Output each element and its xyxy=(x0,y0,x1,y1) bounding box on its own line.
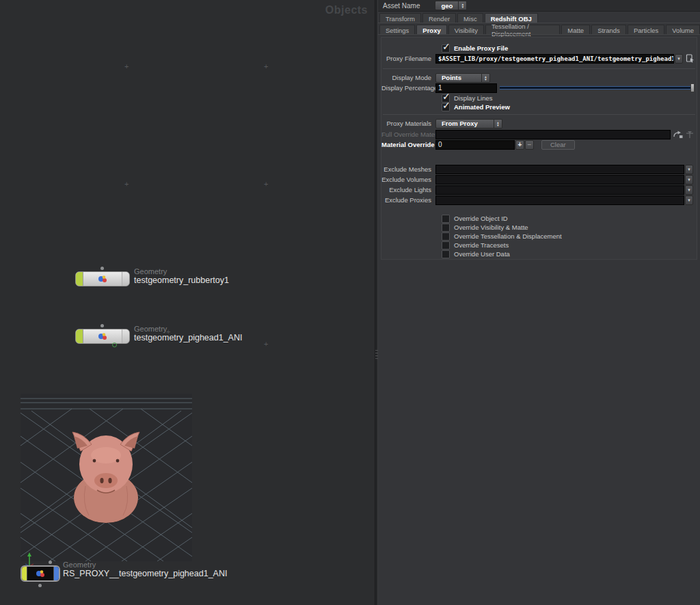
node-name-label[interactable]: testgeometry_rubbertoy1 xyxy=(134,275,229,285)
proxy-materials-value[interactable]: From Proxy xyxy=(435,119,494,129)
node-display-flag[interactable] xyxy=(76,330,83,343)
exclude-proxies-dropdown[interactable]: ▾ xyxy=(685,196,693,205)
proxy-filename-input[interactable]: $ASSET_LIB/proxy/testgeometry_pighead1_A… xyxy=(435,54,674,64)
tab-particles[interactable]: Particles xyxy=(628,25,664,35)
grid-marker: + xyxy=(124,180,129,188)
material-override-list-input[interactable]: 0 xyxy=(435,140,515,150)
tab-volume[interactable]: Volume xyxy=(666,25,700,35)
node-output-connector[interactable] xyxy=(38,584,42,587)
chevron-down-icon: ▾ xyxy=(688,187,690,193)
tab-settings[interactable]: Settings xyxy=(379,25,415,35)
pig-head-model xyxy=(72,432,139,523)
spinner-down-icon: ▾ xyxy=(461,5,463,8)
enable-proxy-file-checkbox[interactable]: ✓ xyxy=(442,44,450,53)
enable-proxy-file-row: ✓ Enable Proxy File xyxy=(381,43,697,53)
grid-marker: + xyxy=(264,340,268,348)
proxy-materials-spinner[interactable]: ▴ ▾ xyxy=(494,119,502,129)
node-output-connector[interactable] xyxy=(112,342,117,347)
exclude-lights-dropdown[interactable]: ▾ xyxy=(685,185,693,195)
asset-name-value[interactable]: geo xyxy=(435,1,459,10)
material-override-list-label: Material Override List xyxy=(381,141,435,148)
tab-strands[interactable]: Strands xyxy=(591,25,626,35)
separator xyxy=(383,114,695,115)
exclude-volumes-row: Exclude Volumes ▾ xyxy=(381,174,697,185)
node-input-connector[interactable] xyxy=(100,267,104,270)
override-visibility-matte-checkbox[interactable] xyxy=(442,224,450,232)
override-user-data-checkbox[interactable] xyxy=(442,250,450,258)
exclude-meshes-dropdown[interactable]: ▾ xyxy=(685,165,693,174)
file-chooser-icon[interactable] xyxy=(686,54,695,63)
tab-proxy[interactable]: Proxy xyxy=(416,25,446,35)
parameter-pane: Asset Name geo ▴ ▾ Transform Render Misc… xyxy=(378,0,700,605)
display-percentage-label: Display Percentage xyxy=(381,84,435,92)
exclude-lights-input[interactable] xyxy=(435,185,684,195)
check-icon: ✓ xyxy=(442,100,450,111)
animated-preview-checkbox[interactable]: ✓ xyxy=(442,103,450,111)
clear-button[interactable]: Clear xyxy=(541,140,575,150)
display-mode-dropdown[interactable]: Points ▴ ▾ xyxy=(435,73,490,82)
clear-button-label: Clear xyxy=(550,141,566,148)
node-type-label: Geometry xyxy=(134,268,229,275)
tab-matte[interactable]: Matte xyxy=(561,25,590,35)
node-name-label[interactable]: RS_PROXY__testgeometry_pighead1_ANI xyxy=(63,569,227,578)
node-display-flag[interactable] xyxy=(76,272,83,286)
exclude-meshes-row: Exclude Meshes ▾ xyxy=(381,164,697,174)
node-chooser-icon[interactable] xyxy=(673,131,683,139)
scene-preview-viewport[interactable] xyxy=(21,394,192,561)
grid-marker: + xyxy=(264,63,268,70)
display-mode-spinner[interactable]: ▴ ▾ xyxy=(482,73,490,83)
exclude-meshes-label: Exclude Meshes xyxy=(381,165,435,173)
node-display-flag[interactable] xyxy=(22,567,27,580)
tab-render[interactable]: Render xyxy=(422,13,456,23)
asset-name-selector[interactable]: geo ▴ ▾ xyxy=(435,1,467,10)
node-input-connector[interactable] xyxy=(100,324,104,327)
add-item-button[interactable]: + xyxy=(515,140,524,150)
tab-transform[interactable]: Transform xyxy=(379,13,421,23)
asset-name-spinner[interactable]: ▴ ▾ xyxy=(459,1,467,10)
node-render-flag[interactable] xyxy=(122,330,129,343)
proxy-filename-row: Proxy Filename $ASSET_LIB/proxy/testgeom… xyxy=(381,53,697,64)
grid-marker: + xyxy=(124,63,129,70)
node-input-connector[interactable] xyxy=(49,561,52,564)
testgeometry-icon xyxy=(27,567,53,580)
override-object-id-checkbox[interactable] xyxy=(442,215,450,223)
display-percentage-slider[interactable] xyxy=(500,85,695,90)
exclude-proxies-input[interactable] xyxy=(435,196,684,205)
slider-track[interactable] xyxy=(500,86,695,90)
display-mode-value[interactable]: Points xyxy=(435,73,482,83)
proxy-materials-dropdown[interactable]: From Proxy ▴ ▾ xyxy=(435,119,502,128)
chevron-down-icon: ▾ xyxy=(688,177,690,183)
op-jump-icon[interactable] xyxy=(686,131,694,139)
exclude-volumes-input[interactable] xyxy=(435,175,684,185)
slider-handle[interactable] xyxy=(690,83,695,92)
node-testgeometry-pighead1-ANI[interactable] xyxy=(75,329,130,344)
node-render-flag[interactable] xyxy=(53,567,59,580)
spinner-down-icon: ▾ xyxy=(497,124,499,126)
full-override-material-input[interactable] xyxy=(435,130,671,139)
separator xyxy=(383,68,695,69)
network-editor[interactable]: Objects + + + + + + Geometry testgeometr… xyxy=(0,0,375,605)
node-name-label[interactable]: testgeometry_pighead1_ANI xyxy=(134,333,242,342)
exclude-volumes-dropdown[interactable]: ▾ xyxy=(685,175,693,185)
override-object-id-label: Override Object ID xyxy=(454,215,508,222)
node-RS-PROXY-testgeometry-pighead1-ANI[interactable] xyxy=(21,565,60,582)
tab-redshift-obj[interactable]: Redshift OBJ xyxy=(485,13,538,23)
node-testgeometry-rubbertoy1[interactable] xyxy=(75,271,130,286)
tab-misc[interactable]: Misc xyxy=(457,13,483,23)
tab-tessellation-displacement[interactable]: Tessellation / Displacement xyxy=(485,25,560,35)
node-type-label: Geometry xyxy=(63,561,227,569)
node-render-flag[interactable] xyxy=(122,272,129,286)
enable-proxy-file-label: Enable Proxy File xyxy=(454,44,508,52)
remove-item-button[interactable]: − xyxy=(525,140,534,150)
override-user-data-row: Override User Data xyxy=(381,249,697,259)
network-context-watermark: Objects xyxy=(325,4,368,16)
filename-history-dropdown[interactable]: ▾ xyxy=(675,54,683,64)
exclude-volumes-label: Exclude Volumes xyxy=(381,176,435,183)
tab-divider xyxy=(378,34,700,35)
exclude-meshes-input[interactable] xyxy=(435,165,684,174)
override-tracesets-checkbox[interactable] xyxy=(442,241,450,250)
tab-visibility[interactable]: Visibility xyxy=(448,25,484,35)
exclude-proxies-label: Exclude Proxies xyxy=(381,196,435,204)
override-tessellation-checkbox[interactable] xyxy=(442,232,450,241)
exclude-lights-row: Exclude Lights ▾ xyxy=(381,185,697,195)
